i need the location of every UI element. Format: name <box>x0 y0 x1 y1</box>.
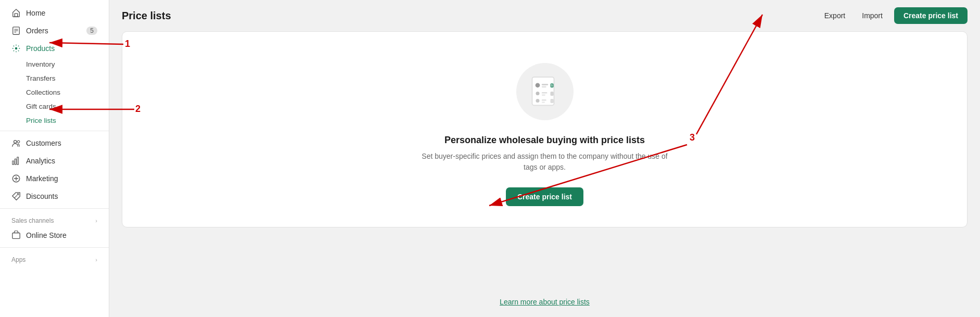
svg-point-7 <box>17 141 20 143</box>
sidebar-item-discounts-label: Discounts <box>26 192 58 200</box>
svg-rect-24 <box>541 94 545 96</box>
create-price-list-button-main[interactable]: Create price list <box>506 187 583 206</box>
page-title: Price lists <box>122 10 819 22</box>
sidebar-item-customers-label: Customers <box>26 139 61 147</box>
export-button[interactable]: Export <box>819 8 850 23</box>
content-area: $ Personalize wholesale buying with pric… <box>109 31 980 287</box>
learn-more-link[interactable]: Learn more about price lists <box>500 298 590 306</box>
sidebar-sub-item-inventory[interactable]: Inventory <box>3 58 106 71</box>
apps-chevron: › <box>95 257 97 263</box>
apps-label: Apps <box>11 256 26 263</box>
topbar: Price lists Export Import Create price l… <box>109 0 980 31</box>
home-icon <box>11 8 21 18</box>
empty-state-title: Personalize wholesale buying with price … <box>444 135 645 146</box>
svg-rect-29 <box>550 99 553 103</box>
svg-rect-10 <box>17 157 19 164</box>
orders-badge: 5 <box>86 27 97 35</box>
footer: Learn more about price lists <box>109 287 980 317</box>
products-icon <box>11 44 21 53</box>
apps-section[interactable]: Apps › <box>0 251 109 265</box>
sales-channels-label: Sales channels <box>11 217 54 224</box>
svg-point-13 <box>17 194 19 195</box>
svg-point-6 <box>14 141 17 143</box>
sales-channels-section[interactable]: Sales channels › <box>0 212 109 226</box>
sidebar-item-products[interactable]: Products <box>3 40 106 57</box>
svg-rect-28 <box>541 102 544 103</box>
sidebar-sub-item-collections[interactable]: Collections <box>3 86 106 99</box>
sidebar-item-marketing-label: Marketing <box>26 174 58 183</box>
customers-icon <box>11 138 21 148</box>
sidebar-item-discounts[interactable]: Discounts <box>3 188 106 205</box>
empty-state-description: Set buyer-specific prices and assign the… <box>420 151 670 173</box>
sidebar-item-online-store[interactable]: Online Store <box>3 227 106 244</box>
divider-2 <box>0 208 109 209</box>
svg-point-22 <box>536 92 539 95</box>
topbar-actions: Export Import Create price list <box>819 7 968 24</box>
svg-line-14 <box>14 195 17 198</box>
create-price-list-button-top[interactable]: Create price list <box>894 7 968 24</box>
sidebar-item-orders-label: Orders <box>26 27 48 35</box>
sales-channels-chevron: › <box>95 218 97 224</box>
sidebar: Home Orders 5 Products Inventory Transfe… <box>0 0 109 317</box>
sidebar-item-home[interactable]: Home <box>3 5 106 21</box>
sidebar-item-orders[interactable]: Orders 5 <box>3 22 106 39</box>
svg-rect-8 <box>12 161 14 164</box>
sidebar-item-customers[interactable]: Customers <box>3 135 106 151</box>
svg-rect-15 <box>12 233 20 239</box>
sidebar-sub-label-price-lists: Price lists <box>26 117 56 124</box>
sidebar-sub-item-price-lists[interactable]: Price lists <box>3 114 106 127</box>
discounts-icon <box>11 192 21 201</box>
empty-state-card: $ Personalize wholesale buying with pric… <box>122 31 968 227</box>
sidebar-sub-item-transfers[interactable]: Transfers <box>3 72 106 85</box>
svg-point-17 <box>535 83 540 87</box>
sidebar-item-analytics[interactable]: Analytics <box>3 153 106 169</box>
svg-point-26 <box>536 99 539 103</box>
sidebar-item-analytics-label: Analytics <box>26 157 55 165</box>
svg-rect-19 <box>541 86 546 88</box>
price-list-illustration: $ <box>516 63 574 120</box>
sidebar-sub-label-inventory: Inventory <box>26 60 55 68</box>
svg-rect-23 <box>541 92 547 94</box>
analytics-icon <box>11 156 21 166</box>
sidebar-sub-label-gift-cards: Gift cards <box>26 103 56 110</box>
sidebar-sub-item-gift-cards[interactable]: Gift cards <box>3 100 106 113</box>
svg-rect-18 <box>541 84 548 85</box>
online-store-icon <box>11 231 21 240</box>
online-store-label: Online Store <box>26 231 67 239</box>
sidebar-item-products-label: Products <box>26 44 55 53</box>
svg-rect-25 <box>550 92 553 96</box>
marketing-icon <box>11 174 21 183</box>
sidebar-sub-label-transfers: Transfers <box>26 74 56 82</box>
orders-icon <box>11 26 21 35</box>
divider-1 <box>0 131 109 131</box>
divider-3 <box>0 247 109 248</box>
svg-text:$: $ <box>551 83 553 87</box>
svg-rect-9 <box>15 159 16 164</box>
sidebar-sub-label-collections: Collections <box>26 88 60 96</box>
import-button[interactable]: Import <box>857 8 888 23</box>
svg-point-5 <box>15 47 18 50</box>
main-content: Price lists Export Import Create price l… <box>109 0 980 317</box>
svg-rect-27 <box>541 99 546 101</box>
svg-rect-0 <box>15 14 17 17</box>
sidebar-item-home-label: Home <box>26 9 45 17</box>
sidebar-item-marketing[interactable]: Marketing <box>3 170 106 187</box>
